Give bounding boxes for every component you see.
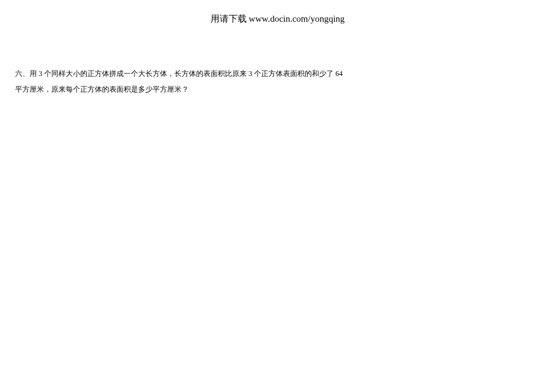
question-line-1: 六、用 3 个同样大小的正方体拼成一个大长方体，长方体的表面积比原来 3 个正方… bbox=[15, 69, 343, 78]
document-content: 六、用 3 个同样大小的正方体拼成一个大长方体，长方体的表面积比原来 3 个正方… bbox=[0, 25, 555, 98]
question-paragraph: 六、用 3 个同样大小的正方体拼成一个大长方体，长方体的表面积比原来 3 个正方… bbox=[15, 66, 540, 98]
header-text: 用请下载 www.docin.com/yongqing bbox=[211, 14, 345, 24]
page-header: 用请下载 www.docin.com/yongqing bbox=[0, 0, 555, 25]
question-line-2: 平方厘米，原来每个正方体的表面积是多少平方厘米？ bbox=[15, 85, 189, 93]
